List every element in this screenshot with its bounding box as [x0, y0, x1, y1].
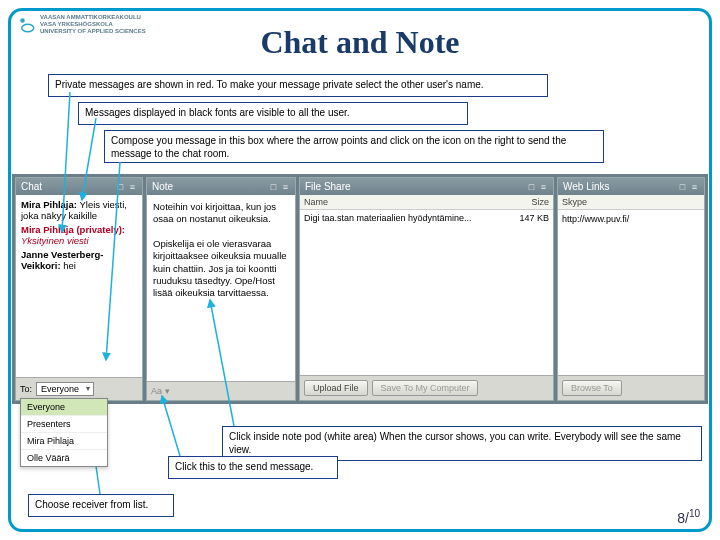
- page-number: 8/10: [677, 508, 700, 526]
- logo-icon: [18, 16, 36, 34]
- logo-line1: VAASAN AMMATTIKORKEAKOULU: [40, 14, 146, 21]
- upload-file-button[interactable]: Upload File: [304, 380, 368, 396]
- logo-line3: UNIVERSITY OF APPLIED SCIENCES: [40, 28, 146, 35]
- file-row-0-size: 147 KB: [499, 213, 549, 223]
- institution-logo: VAASAN AMMATTIKORKEAKOULU VASA YRKESHÖGS…: [18, 14, 146, 36]
- fileshare-pane-header: File Share □ ≡: [300, 178, 553, 195]
- col-name: Name: [304, 197, 499, 207]
- weblinks-header-icons[interactable]: □ ≡: [680, 182, 699, 192]
- chat-to-dropdown[interactable]: Everyone Presenters Mira Pihlaja Olle Vä…: [20, 398, 108, 467]
- chat-pane-header: Chat □ ≡: [16, 178, 142, 195]
- svg-point-1: [22, 24, 34, 32]
- note-footer: Aa ▾: [147, 381, 295, 400]
- chat-to-opt-3[interactable]: Olle Väärä: [21, 450, 107, 466]
- chat-to-opt-0[interactable]: Everyone: [21, 399, 107, 416]
- fileshare-title: File Share: [305, 181, 351, 192]
- note-pane: Note □ ≡ Noteihin voi kirjoittaa, kun jo…: [146, 177, 296, 401]
- chat-title: Chat: [21, 181, 42, 192]
- browse-to-button[interactable]: Browse To: [562, 380, 622, 396]
- chat-msg-1-name: Mira Pihlaja (privately):: [21, 224, 125, 235]
- weblinks-list-header: Skype: [558, 195, 704, 210]
- chat-to-label: To:: [20, 384, 32, 394]
- chat-to-opt-2[interactable]: Mira Pihlaja: [21, 433, 107, 450]
- chat-body: Mira Pihlaja: Yleis viesti, joka näkyy k…: [16, 195, 142, 377]
- note-header-icons[interactable]: □ ≡: [271, 182, 290, 192]
- note-title: Note: [152, 181, 173, 192]
- chat-msg-0: Mira Pihlaja: Yleis viesti, joka näkyy k…: [21, 199, 137, 222]
- chat-msg-0-name: Mira Pihlaja:: [21, 199, 77, 210]
- svg-point-0: [20, 18, 25, 23]
- callout-black-msgs: Messages displayed in black fonts are vi…: [78, 102, 468, 125]
- fileshare-pane: File Share □ ≡ Name Size Digi taa.stan m…: [299, 177, 554, 401]
- chat-msg-1-text: Yksityinen viesti: [21, 235, 89, 246]
- note-font-control[interactable]: Aa ▾: [151, 386, 170, 396]
- fileshare-header-icons[interactable]: □ ≡: [529, 182, 548, 192]
- save-to-computer-button[interactable]: Save To My Computer: [372, 380, 479, 396]
- fileshare-columns: Name Size: [300, 195, 553, 210]
- chat-to-opt-1[interactable]: Presenters: [21, 416, 107, 433]
- weblinks-title: Web Links: [563, 181, 610, 192]
- file-row-0-name: Digi taa.stan materiaalien hyödyntämine.…: [304, 213, 499, 223]
- col-size: Size: [499, 197, 549, 207]
- file-row-0[interactable]: Digi taa.stan materiaalien hyödyntämine.…: [300, 210, 553, 226]
- chat-to-select[interactable]: Everyone: [36, 382, 94, 396]
- callout-send-msg: Click this to the send message.: [168, 456, 338, 479]
- logo-line2: VASA YRKESHÖGSKOLA: [40, 21, 146, 28]
- weblinks-footer: Browse To: [558, 375, 704, 400]
- fileshare-footer: Upload File Save To My Computer: [300, 375, 553, 400]
- app-region: Chat □ ≡ Mira Pihlaja: Yleis viesti, jok…: [12, 174, 708, 404]
- callout-private-msgs: Private messages are shown in red. To ma…: [48, 74, 548, 97]
- chat-msg-2: Janne Vesterberg-Veikkori: hei: [21, 249, 137, 272]
- weblinks-pane: Web Links □ ≡ Skype http://www.puv.fi/ B…: [557, 177, 705, 401]
- fileshare-body: Digi taa.stan materiaalien hyödyntämine.…: [300, 210, 553, 375]
- page-current: 8: [677, 510, 685, 526]
- chat-header-icons[interactable]: □ ≡: [118, 182, 137, 192]
- weblinks-list-header-text: Skype: [562, 197, 587, 207]
- chat-msg-2-text: hei: [63, 260, 76, 271]
- page-total: 10: [689, 508, 700, 519]
- note-body[interactable]: Noteihin voi kirjoittaa, kun jos osaa on…: [147, 195, 295, 381]
- weblinks-item-0[interactable]: http://www.puv.fi/: [562, 214, 700, 224]
- chat-pane: Chat □ ≡ Mira Pihlaja: Yleis viesti, jok…: [15, 177, 143, 401]
- weblinks-body: http://www.puv.fi/: [558, 210, 704, 375]
- note-pane-header: Note □ ≡: [147, 178, 295, 195]
- callout-receiver-list: Choose receiver from list.: [28, 494, 174, 517]
- callout-compose-box: Compose you message in this box where th…: [104, 130, 604, 163]
- chat-footer: To: Everyone Everyone Presenters Mira Pi…: [16, 377, 142, 400]
- chat-msg-1: Mira Pihlaja (privately): Yksityinen vie…: [21, 224, 137, 247]
- weblinks-pane-header: Web Links □ ≡: [558, 178, 704, 195]
